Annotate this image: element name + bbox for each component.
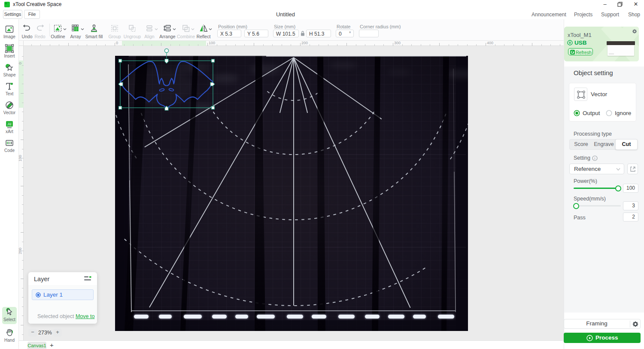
svg-text:i: i: [595, 156, 595, 161]
